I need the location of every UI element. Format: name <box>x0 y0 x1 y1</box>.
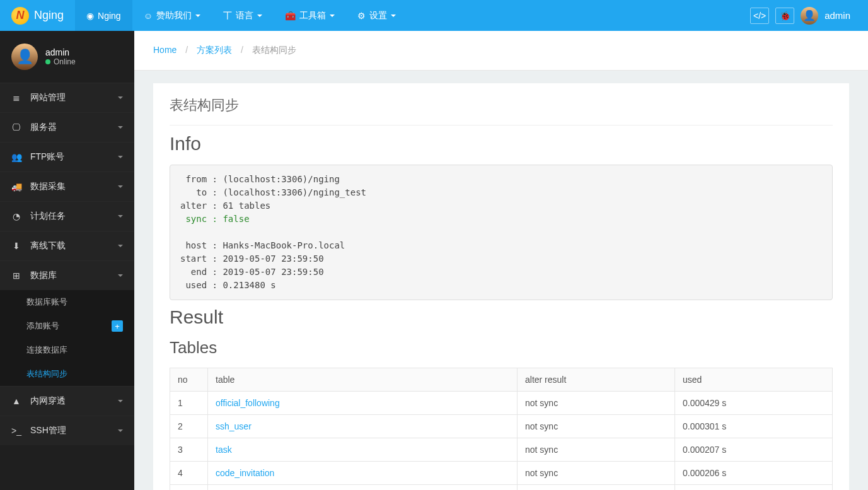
breadcrumb-list[interactable]: 方案列表 <box>197 45 232 55</box>
nav-label: 计划任务 <box>30 211 66 222</box>
nav-menu: ≣网站管理🖵服务器👥FTP账号🚚数据采集◔计划任务⬇离线下载⊞数据库数据库账号添… <box>0 83 134 445</box>
chevron-down-icon <box>118 400 123 402</box>
topnav-label: 赞助我们 <box>156 10 192 21</box>
nav-icon: 👥 <box>11 152 21 162</box>
page-title: 表结构同步 <box>170 96 833 125</box>
tables-table: no table alter result used 1official_fol… <box>170 368 833 490</box>
topnav-item-0[interactable]: ◉Nging <box>75 0 132 31</box>
nav-icon: 🚚 <box>11 182 21 192</box>
nav-icon: ◔ <box>11 211 21 221</box>
cell-used: 0.000429 s <box>675 392 833 415</box>
chevron-down-icon <box>195 15 200 17</box>
cell-alter: not sync <box>518 415 675 438</box>
cell-alter: not sync <box>518 392 675 415</box>
topnav-item-2[interactable]: 丅语言 <box>212 0 274 31</box>
th-table: table <box>208 368 518 392</box>
topnav-item-3[interactable]: 🧰工具箱 <box>274 0 346 31</box>
nav-group-8[interactable]: >_SSH管理 <box>0 416 134 445</box>
cell-no: 1 <box>170 392 208 415</box>
nav-sub-item-6-1[interactable]: 添加账号+ <box>0 314 134 338</box>
nav-sub-item-6-0[interactable]: 数据库账号 <box>0 290 134 314</box>
cell-alter: not sync <box>518 438 675 462</box>
sidebar-user-name: admin <box>45 47 76 57</box>
breadcrumb-home[interactable]: Home <box>153 45 176 55</box>
nav-label: 服务器 <box>30 122 57 133</box>
cell-used: 0.000207 s <box>675 438 833 462</box>
cell-no: 3 <box>170 438 208 462</box>
cell-used: 0.000206 s <box>675 462 833 485</box>
avatar-icon: 👤 <box>11 44 38 70</box>
breadcrumb-current: 表结构同步 <box>252 45 296 55</box>
chevron-down-icon <box>118 215 123 218</box>
topnav-item-4[interactable]: ⚙设置 <box>346 0 407 31</box>
info-block: from : (localhost:3306)/nging to : (loca… <box>170 165 833 300</box>
cell-table: official_following <box>208 392 518 415</box>
panel: 表结构同步 Info from : (localhost:3306)/nging… <box>153 83 849 490</box>
chevron-down-icon <box>118 185 123 188</box>
result-heading: Result <box>170 306 833 328</box>
nav-group-0[interactable]: ≣网站管理 <box>0 83 134 112</box>
chevron-down-icon <box>330 15 335 17</box>
nav-label: 数据库 <box>30 270 57 281</box>
chevron-down-icon <box>391 15 396 17</box>
nav-group-6[interactable]: ⊞数据库 <box>0 261 134 290</box>
tables-heading: Tables <box>170 338 833 358</box>
brand[interactable]: N Nging <box>0 0 75 31</box>
chevron-down-icon <box>118 156 123 158</box>
cell-table: collector_group <box>208 485 518 491</box>
sidebar-user-status: Online <box>45 57 76 66</box>
nav-label: FTP账号 <box>30 151 64 163</box>
nav-sub-label: 数据库账号 <box>26 296 67 308</box>
nav-group-2[interactable]: 👥FTP账号 <box>0 143 134 172</box>
sidebar-user: 👤 admin Online <box>0 31 134 83</box>
cell-table: code_invitation <box>208 462 518 485</box>
topnav-icon: 丅 <box>223 10 232 21</box>
table-link[interactable]: ssh_user <box>216 421 252 431</box>
nav-icon: >_ <box>11 426 21 436</box>
table-row: 2ssh_usernot sync0.000301 s <box>170 415 833 438</box>
breadcrumb: Home / 方案列表 / 表结构同步 <box>134 31 868 71</box>
nav-group-3[interactable]: 🚚数据采集 <box>0 172 134 201</box>
plus-icon: + <box>112 320 123 332</box>
chevron-down-icon <box>257 15 262 17</box>
nav-label: 数据采集 <box>30 181 66 192</box>
nav-sub-item-6-2[interactable]: 连接数据库 <box>0 338 134 362</box>
nav-sub-item-6-3[interactable]: 表结构同步 <box>0 362 134 386</box>
code-button[interactable]: </> <box>750 8 769 24</box>
table-row: 3tasknot sync0.000207 s <box>170 438 833 462</box>
cell-alter: not sync <box>518 485 675 491</box>
nav-icon: ≣ <box>11 93 21 103</box>
nav-sub-label: 表结构同步 <box>26 368 67 380</box>
th-alter: alter result <box>518 368 675 392</box>
nav-label: 内网穿透 <box>30 395 66 407</box>
user-menu[interactable]: 👤 admin <box>801 7 857 25</box>
nav-icon: ▲ <box>11 396 21 406</box>
nav-group-7[interactable]: ▲内网穿透 <box>0 387 134 416</box>
nav-icon: 🖵 <box>11 122 21 132</box>
nav-group-1[interactable]: 🖵服务器 <box>0 113 134 142</box>
bug-button[interactable]: 🐞 <box>775 8 794 24</box>
nav-group-4[interactable]: ◔计划任务 <box>0 202 134 231</box>
cell-no: 5 <box>170 485 208 491</box>
table-link[interactable]: task <box>216 445 232 455</box>
brand-logo: N <box>11 7 29 25</box>
chevron-down-icon <box>118 429 123 432</box>
info-heading: Info <box>170 133 833 155</box>
nav-sub-label: 连接数据库 <box>26 344 67 356</box>
chevron-down-icon <box>118 126 123 129</box>
avatar-icon: 👤 <box>801 7 818 25</box>
table-link[interactable]: code_invitation <box>216 468 274 478</box>
sidebar: 👤 admin Online ≣网站管理🖵服务器👥FTP账号🚚数据采集◔计划任务… <box>0 31 134 490</box>
nav-label: 离线下载 <box>30 240 66 252</box>
topnav: ◉Nging☺赞助我们丅语言🧰工具箱⚙设置 <box>75 0 407 31</box>
topbar: N Nging ◉Nging☺赞助我们丅语言🧰工具箱⚙设置 </> 🐞 👤 ad… <box>0 0 868 31</box>
chevron-down-icon <box>118 245 123 247</box>
table-link[interactable]: official_following <box>216 398 280 408</box>
nav-group-5[interactable]: ⬇离线下载 <box>0 231 134 260</box>
topnav-item-1[interactable]: ☺赞助我们 <box>132 0 212 31</box>
chevron-down-icon <box>118 96 123 99</box>
topnav-icon: ◉ <box>86 11 94 21</box>
table-row: 1official_followingnot sync0.000429 s <box>170 392 833 415</box>
table-row: 5collector_groupnot sync0.000229 s <box>170 485 833 491</box>
nav-label: 网站管理 <box>30 92 66 103</box>
